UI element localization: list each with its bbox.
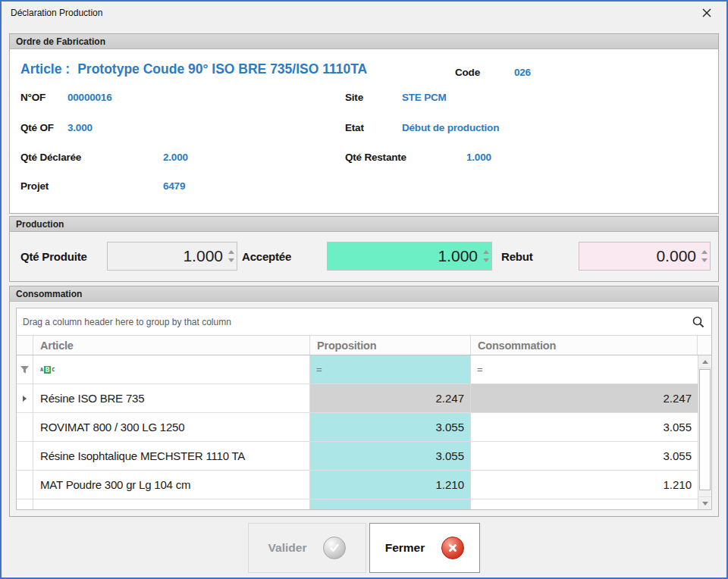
acceptee-spinner <box>481 243 491 270</box>
scrollbar-up-button[interactable] <box>698 355 711 368</box>
cell-consommation[interactable]: 0.608 <box>471 499 698 509</box>
code-value: 026 <box>514 67 531 78</box>
nof-value: 00000016 <box>67 92 111 103</box>
group-by-panel[interactable]: Drag a column header here to group by th… <box>17 308 711 336</box>
column-header-proposition[interactable]: Proposition <box>310 336 471 355</box>
site-value: STE PCM <box>402 92 447 103</box>
production-body: Qté Produite 1.000 Acceptée 1.000 <box>10 232 718 281</box>
article-line: Article :Prototype Coude 90° ISO BRE 735… <box>20 61 367 77</box>
spin-down-icon[interactable] <box>701 258 708 262</box>
grid-body: ABC = = Résine ISO BRE 735 2.247 <box>17 355 711 509</box>
abc-letter-c: C <box>52 367 55 373</box>
row-indicator <box>17 442 33 470</box>
rebut-field[interactable]: 0.000 <box>579 242 711 271</box>
filter-indicator-cell <box>17 355 33 383</box>
qte-of-label: Qté OF <box>20 122 54 133</box>
scrollbar-down-button[interactable] <box>698 496 711 509</box>
scrollbar-thumb[interactable] <box>699 369 711 490</box>
rebut-spinner <box>699 243 710 270</box>
footer: Valider Fermer <box>9 523 719 573</box>
spin-up-icon[interactable] <box>228 250 234 254</box>
row-focus-indicator <box>17 384 33 412</box>
scroll-up-icon <box>702 360 708 364</box>
abc-letter-a: A <box>40 367 43 373</box>
table-row[interactable]: MAT Poudre 300 gr Lg 104 cm 1.210 1.210 <box>17 471 698 499</box>
filter-cell-article[interactable]: ABC <box>33 355 310 383</box>
spin-up-icon[interactable] <box>701 250 708 254</box>
article-label: Article : <box>20 61 70 77</box>
rebut-label: Rebut <box>501 232 533 281</box>
valider-label: Valider <box>268 541 307 555</box>
spin-down-icon[interactable] <box>228 258 234 262</box>
valider-button[interactable]: Valider <box>248 523 366 573</box>
cell-article[interactable]: MAT Poudre 300 gr Lg 104 cm <box>33 471 310 499</box>
group-by-hint: Drag a column header here to group by th… <box>23 317 231 327</box>
filter-funnel-icon <box>20 365 30 374</box>
cell-article[interactable]: Résine ISO BRE 735 <box>33 384 310 412</box>
check-circle-icon <box>323 537 346 559</box>
grid-vertical-scrollbar[interactable] <box>698 355 711 509</box>
grid-header-row: Article Proposition Consommation <box>17 336 711 355</box>
qte-restante-value: 1.000 <box>466 152 491 163</box>
cell-article[interactable]: Voile Finition T1702 Lg 0150 <box>33 499 310 509</box>
close-icon <box>701 8 712 18</box>
scroll-down-icon <box>702 502 708 505</box>
acceptee-field[interactable]: 1.000 <box>327 242 492 271</box>
cell-consommation[interactable]: 3.055 <box>471 442 698 470</box>
row-arrow-icon <box>23 396 27 402</box>
abc-filter-icon: ABC <box>40 366 55 374</box>
cell-proposition[interactable]: 2.247 <box>310 384 471 412</box>
filter-cell-consommation[interactable]: = <box>471 355 698 383</box>
cell-article[interactable]: ROVIMAT 800 / 300 LG 1250 <box>33 413 310 441</box>
row-indicator <box>17 471 33 499</box>
column-header-article[interactable]: Article <box>33 336 310 355</box>
fermer-button[interactable]: Fermer <box>369 523 480 573</box>
rebut-value[interactable]: 0.000 <box>579 247 699 265</box>
cell-article[interactable]: Résine Isophtalique MECHSTER 1110 TA <box>33 442 310 470</box>
cell-consommation[interactable]: 3.055 <box>471 413 698 441</box>
grid-search-button[interactable] <box>692 315 705 329</box>
nof-label: N°OF <box>20 92 46 103</box>
group-consommation: Consommation Drag a column header here t… <box>9 286 719 517</box>
close-circle-icon <box>441 537 464 559</box>
cell-consommation[interactable]: 2.247 <box>471 384 698 412</box>
window-title: Déclaration Production <box>11 8 102 18</box>
etat-label: Etat <box>345 122 364 133</box>
group-ordre-fabrication: Ordre de Fabrication Article :Prototype … <box>9 33 719 214</box>
fermer-label: Fermer <box>385 541 425 555</box>
cell-proposition[interactable]: 0.608 <box>310 499 471 509</box>
spin-down-icon[interactable] <box>483 258 489 262</box>
acceptee-label: Acceptée <box>242 232 291 281</box>
dialog-declaration-production: Déclaration Production Ordre de Fabricat… <box>0 0 728 579</box>
qte-declaree-label: Qté Déclarée <box>20 152 81 163</box>
spin-up-icon[interactable] <box>483 250 489 254</box>
projet-value: 6479 <box>163 180 185 192</box>
filter-cell-proposition[interactable]: = <box>310 355 471 383</box>
acceptee-value[interactable]: 1.000 <box>328 247 481 265</box>
cell-proposition[interactable]: 1.210 <box>310 471 471 499</box>
table-row[interactable]: Résine ISO BRE 735 2.247 2.247 <box>17 384 698 413</box>
ordre-fabrication-body: Article :Prototype Coude 90° ISO BRE 735… <box>10 49 718 213</box>
projet-label: Projet <box>20 180 49 192</box>
qte-produite-value[interactable]: 1.000 <box>108 247 226 265</box>
cell-proposition[interactable]: 3.055 <box>310 442 471 470</box>
title-bar[interactable]: Déclaration Production <box>2 2 726 24</box>
cell-consommation[interactable]: 1.210 <box>471 471 698 499</box>
consommation-body: Drag a column header here to group by th… <box>10 302 718 516</box>
group-header-ordre-fabrication: Ordre de Fabrication <box>10 34 718 49</box>
article-value: Prototype Coude 90° ISO BRE 735/ISO 1110… <box>77 61 367 77</box>
header-indicator-cell <box>17 336 33 355</box>
close-button[interactable] <box>696 4 717 22</box>
group-production: Production Qté Produite 1.000 Acceptée 1… <box>9 216 719 282</box>
column-header-consommation[interactable]: Consommation <box>471 336 698 355</box>
cell-proposition[interactable]: 3.055 <box>310 413 471 441</box>
abc-letter-b: B <box>44 366 51 374</box>
qte-produite-spinner <box>226 243 237 270</box>
table-row[interactable]: Résine Isophtalique MECHSTER 1110 TA 3.0… <box>17 442 698 471</box>
code-label: Code <box>455 67 480 78</box>
row-indicator <box>17 413 33 441</box>
consommation-grid: Drag a column header here to group by th… <box>16 308 712 510</box>
qte-produite-field[interactable]: 1.000 <box>107 242 237 271</box>
table-row[interactable]: ROVIMAT 800 / 300 LG 1250 3.055 3.055 <box>17 413 698 442</box>
table-row[interactable]: Voile Finition T1702 Lg 0150 0.608 0.608 <box>17 499 698 509</box>
